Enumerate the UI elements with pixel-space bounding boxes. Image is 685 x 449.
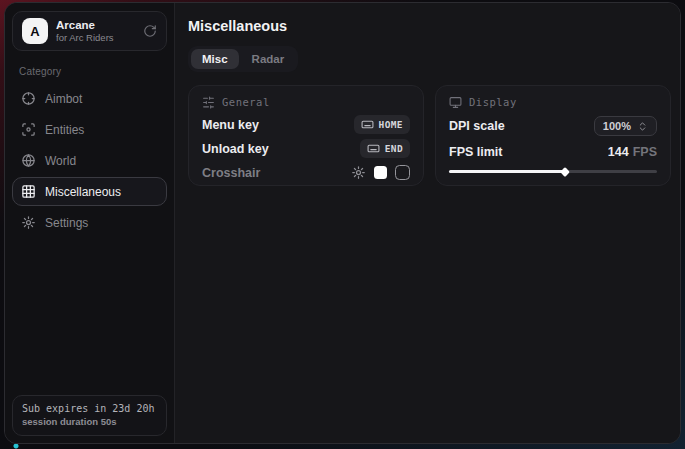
scan-eye-icon [21, 122, 36, 137]
cards-row: General Menu key HOME Unload key [188, 85, 671, 186]
sub-expires-text: Sub expires in 23d 20h [22, 402, 157, 416]
avatar: A [22, 18, 48, 44]
sidebar-item-settings[interactable]: Settings [12, 208, 167, 237]
app-title-block: Arcane for Arc Riders [56, 19, 114, 43]
gear-icon [21, 215, 36, 230]
page-title: Miscellaneous [188, 18, 671, 34]
app-header-card: A Arcane for Arc Riders [12, 11, 167, 51]
sidebar-item-world[interactable]: World [12, 146, 167, 175]
display-card-header: Display [449, 96, 657, 109]
fps-slider[interactable] [449, 170, 657, 173]
tab-strip: Misc Radar [188, 46, 298, 72]
fps-limit-label: FPS limit [449, 145, 502, 159]
crosshair-label: Crosshair [202, 166, 260, 180]
keyboard-icon [367, 142, 380, 155]
sidebar-item-label: Settings [45, 216, 88, 230]
sidebar-item-label: Entities [45, 123, 84, 137]
tab-misc[interactable]: Misc [191, 49, 239, 69]
crosshair-settings-gear-icon[interactable] [351, 165, 366, 180]
unload-key-bind-button[interactable]: END [360, 139, 410, 158]
dpi-scale-select[interactable]: 100% [594, 116, 657, 136]
tab-radar[interactable]: Radar [241, 49, 296, 69]
crosshair-icon [21, 91, 36, 106]
session-duration-text: session duration 50s [22, 416, 157, 428]
sidebar-item-miscellaneous[interactable]: Miscellaneous [12, 177, 167, 206]
general-card: General Menu key HOME Unload key [188, 85, 424, 186]
subscription-card: Sub expires in 23d 20h session duration … [12, 395, 167, 436]
chevrons-up-down-icon [637, 121, 648, 132]
fps-value: 144 [608, 145, 629, 159]
fps-slider-fill [449, 170, 565, 173]
category-label: Category [19, 66, 160, 77]
sidebar-nav: Aimbot Entities World Miscellaneous [12, 84, 167, 237]
fps-limit-row: FPS limit 144 FPS [449, 143, 657, 160]
globe-icon [21, 153, 36, 168]
crosshair-row: Crosshair [202, 164, 410, 181]
sidebar-item-label: Aimbot [45, 92, 82, 106]
crosshair-controls [351, 165, 410, 180]
fps-unit: FPS [633, 145, 657, 159]
sync-icon[interactable] [143, 24, 157, 38]
app-subtitle: for Arc Riders [56, 32, 114, 43]
unload-key-label: Unload key [202, 142, 269, 156]
unload-key-value: END [385, 143, 403, 154]
monitor-icon [449, 96, 462, 109]
sidebar-item-aimbot[interactable]: Aimbot [12, 84, 167, 113]
general-card-header: General [202, 96, 410, 109]
menu-key-label: Menu key [202, 118, 259, 132]
sidebar-item-entities[interactable]: Entities [12, 115, 167, 144]
sidebar-item-label: World [45, 154, 76, 168]
menu-key-value: HOME [379, 119, 403, 130]
crosshair-color-swatch[interactable] [374, 166, 387, 179]
sidebar: A Arcane for Arc Riders Category Aimbot [5, 3, 175, 443]
dpi-scale-label: DPI scale [449, 119, 505, 133]
dpi-scale-value: 100% [603, 120, 631, 132]
dpi-scale-row: DPI scale 100% [449, 116, 657, 136]
main-panel: Miscellaneous Misc Radar General Menu ke… [175, 3, 681, 443]
app-name: Arcane [56, 19, 114, 32]
keyboard-icon [361, 118, 374, 131]
sidebar-item-label: Miscellaneous [45, 185, 121, 199]
sliders-icon [202, 96, 215, 109]
fps-slider-thumb[interactable] [561, 167, 571, 177]
menu-key-row: Menu key HOME [202, 116, 410, 133]
unload-key-row: Unload key END [202, 140, 410, 157]
grid-icon [21, 184, 36, 199]
crosshair-checkbox[interactable] [395, 165, 410, 180]
display-card-title: Display [469, 96, 517, 109]
fps-value-group: 144 FPS [608, 145, 657, 159]
app-window: A Arcane for Arc Riders Category Aimbot [4, 2, 681, 444]
menu-key-bind-button[interactable]: HOME [354, 115, 410, 134]
general-card-title: General [222, 96, 270, 109]
display-card: Display DPI scale 100% FPS limit 144 [435, 85, 671, 186]
